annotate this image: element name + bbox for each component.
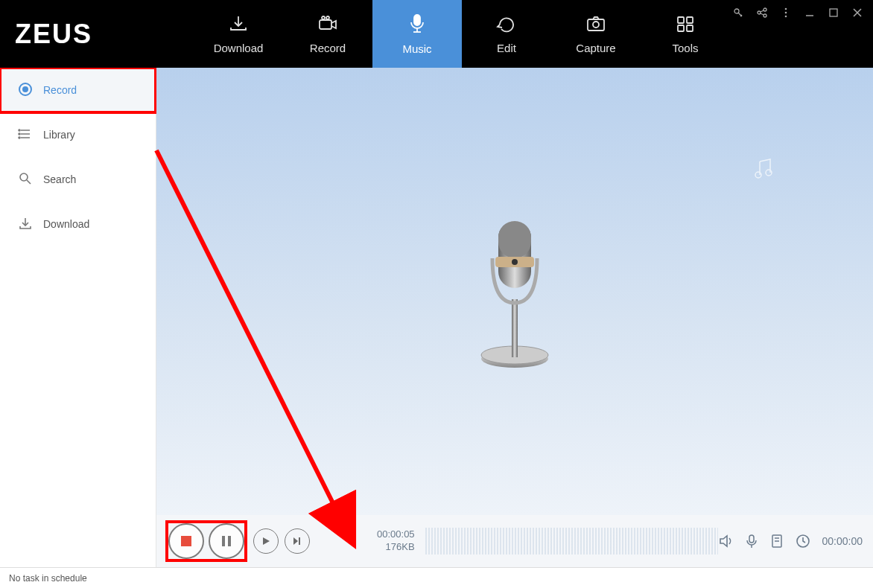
top-bar: ZEUS Download Record [0,0,873,68]
share-icon[interactable] [755,6,769,19]
minimize-button[interactable] [803,6,816,19]
recording-canvas [156,68,873,515]
svg-rect-26 [512,299,518,357]
download-icon [227,14,250,36]
svg-rect-35 [222,536,225,546]
status-bar: No task in schedule [0,567,873,588]
svg-rect-17 [830,9,837,16]
tools-icon [674,14,696,36]
sidebar: Record Library Search Download [0,68,156,567]
svg-rect-0 [320,20,331,29]
maximize-button[interactable] [827,6,840,19]
nav-tabs: Download Record Music [194,0,730,68]
music-note-icon [751,157,776,185]
nav-record[interactable]: Record [283,0,372,68]
next-button[interactable] [285,528,310,554]
svg-rect-9 [687,25,693,31]
sidebar-item-label: Library [43,129,75,141]
sidebar-item-download[interactable]: Download [0,202,156,246]
nav-label: Edit [497,42,516,54]
capture-icon [585,14,607,36]
nav-label: Record [310,42,346,54]
svg-point-12 [764,8,766,11]
svg-point-5 [593,22,599,28]
svg-rect-3 [414,15,420,25]
recording-size: 176KB [377,541,415,554]
nav-label: Download [214,42,264,54]
sidebar-item-record[interactable]: Record [0,68,156,112]
nav-capture[interactable]: Capture [551,0,641,68]
recording-stats: 00:00:05 176KB [377,528,415,554]
nav-label: Tools [672,42,698,54]
record-button-group [167,522,246,560]
svg-rect-7 [687,17,693,23]
status-text: No task in schedule [9,573,87,584]
nav-label: Music [402,42,431,55]
record-dot-icon [18,82,33,99]
nav-music[interactable]: Music [372,0,462,68]
svg-point-20 [19,130,20,131]
svg-rect-6 [678,17,684,23]
sidebar-item-label: Download [43,218,89,230]
edit-icon [495,14,518,36]
nav-label: Capture [576,42,615,54]
close-button[interactable] [851,6,864,19]
sidebar-item-label: Search [43,173,76,185]
volume-icon[interactable] [718,534,733,549]
play-button[interactable] [253,528,279,554]
duration-label: 00:00:00 [822,535,863,547]
sidebar-item-search[interactable]: Search [0,157,156,202]
svg-rect-37 [299,537,300,545]
svg-point-1 [322,16,325,19]
download-icon [18,216,33,233]
app-window: ZEUS Download Record [0,0,873,588]
waveform-display [425,528,718,555]
mic-settings-icon[interactable] [745,534,758,549]
svg-point-19 [22,86,28,92]
schedule-icon[interactable] [796,534,810,549]
microphone-illustration [470,214,559,370]
svg-point-13 [764,14,766,17]
svg-rect-8 [678,25,684,31]
svg-point-14 [785,8,787,10]
svg-rect-34 [181,536,191,546]
recorder-controls: 00:00:05 176KB [156,515,873,567]
microphone-icon [406,13,428,36]
nav-download[interactable]: Download [194,0,283,68]
svg-point-23 [20,173,28,181]
stop-button[interactable] [168,523,204,559]
svg-point-22 [19,137,20,138]
search-icon [18,171,33,188]
sidebar-item-label: Record [43,84,77,96]
svg-point-11 [758,11,761,14]
svg-point-31 [755,172,761,178]
svg-rect-38 [749,535,754,543]
svg-point-15 [785,12,787,14]
window-controls [731,6,864,19]
tag-icon[interactable] [770,534,784,549]
camera-icon [317,14,339,36]
nav-edit[interactable]: Edit [462,0,551,68]
sidebar-item-library[interactable]: Library [0,112,156,157]
svg-point-30 [512,259,518,265]
body: Record Library Search Download [0,68,873,567]
pause-button[interactable] [209,523,244,559]
app-logo: ZEUS [0,0,194,68]
list-icon [18,127,33,144]
svg-point-32 [766,170,772,176]
menu-dots-icon[interactable] [779,6,793,19]
key-icon[interactable] [731,6,745,19]
right-tools: 00:00:00 [718,534,863,549]
svg-rect-36 [228,536,231,546]
svg-point-21 [19,133,20,135]
svg-rect-28 [498,221,531,258]
content: 00:00:05 176KB [156,68,873,567]
nav-tools[interactable]: Tools [641,0,730,68]
elapsed-time: 00:00:05 [377,528,415,541]
svg-point-16 [785,16,787,18]
svg-point-2 [326,16,329,19]
